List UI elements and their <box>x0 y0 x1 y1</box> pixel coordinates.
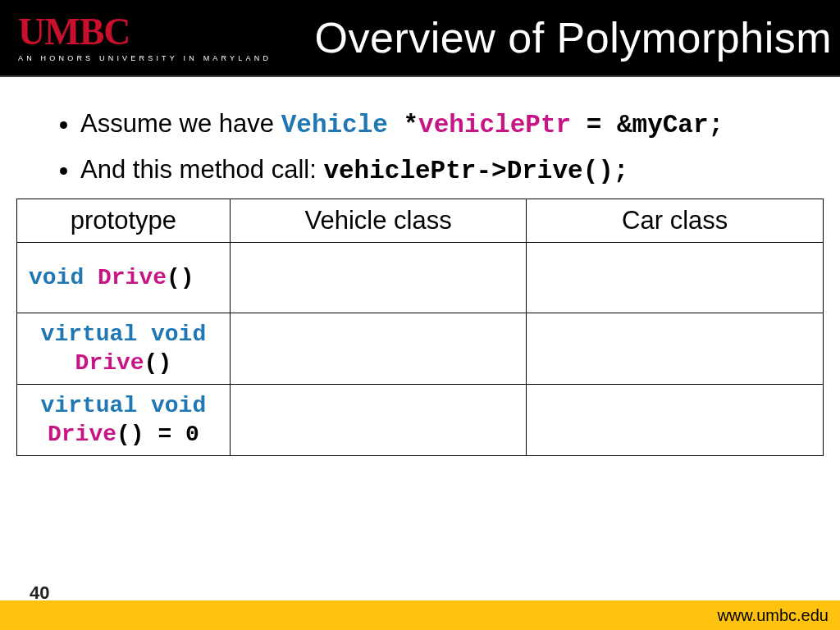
code-type: Vehicle <box>281 111 404 139</box>
code-inline: Vehicle *vehiclePtr = &myCar; <box>281 111 724 139</box>
bullet-text: And this method call: <box>80 155 323 184</box>
header: UMBC AN HONORS UNIVERSITY IN MARYLAND Ov… <box>0 0 840 77</box>
code-star: * <box>404 111 419 139</box>
code-name: Drive <box>75 350 144 376</box>
polymorphism-table: prototype Vehicle class Car class void D… <box>16 199 824 456</box>
footer-url: www.umbc.edu <box>717 606 829 625</box>
cell-car <box>527 384 824 455</box>
cell-vehicle <box>230 384 527 455</box>
bullet-list: Assume we have Vehicle *vehiclePtr = &my… <box>16 107 824 189</box>
col-car: Car class <box>527 199 824 242</box>
bullet-item: And this method call: vehiclePtr->Drive(… <box>80 153 824 189</box>
cell-prototype: virtual voidDrive() <box>17 313 231 384</box>
footer: www.umbc.edu <box>0 600 840 630</box>
code-name: vehiclePtr <box>418 111 571 139</box>
logo-main: UMBC <box>18 13 272 51</box>
code-kw: virtual void <box>41 322 207 347</box>
table-row: virtual voidDrive() = 0 <box>17 384 824 455</box>
cell-vehicle <box>230 242 527 313</box>
code-extra: = 0 <box>144 422 199 447</box>
cell-car <box>527 313 824 384</box>
table-header-row: prototype Vehicle class Car class <box>17 199 824 242</box>
code-paren: () <box>116 422 144 447</box>
code-kw: virtual void <box>41 393 207 418</box>
cell-prototype: virtual voidDrive() = 0 <box>17 384 231 455</box>
logo-sub: AN HONORS UNIVERSITY IN MARYLAND <box>18 54 272 62</box>
bullet-text: Assume we have <box>80 109 281 138</box>
slide-title: Overview of Polymorphism <box>315 13 832 62</box>
code-paren: () <box>144 350 172 376</box>
cell-prototype: void Drive() <box>17 242 231 313</box>
code-kw: void <box>29 265 98 290</box>
col-prototype: prototype <box>17 199 231 242</box>
cell-car <box>527 242 824 313</box>
table-row: void Drive() <box>17 242 824 313</box>
code-rest: = &myCar; <box>571 111 724 139</box>
cell-vehicle <box>230 313 527 384</box>
code-name: Drive <box>48 422 116 447</box>
bullet-item: Assume we have Vehicle *vehiclePtr = &my… <box>80 107 824 143</box>
content: Assume we have Vehicle *vehiclePtr = &my… <box>0 77 840 456</box>
code-name: Drive <box>98 265 167 290</box>
col-vehicle: Vehicle class <box>230 199 527 242</box>
code-inline: vehiclePtr->Drive(); <box>323 157 628 185</box>
table-row: virtual voidDrive() <box>17 313 824 384</box>
logo-block: UMBC AN HONORS UNIVERSITY IN MARYLAND <box>18 13 272 62</box>
code-paren: () <box>167 265 194 290</box>
